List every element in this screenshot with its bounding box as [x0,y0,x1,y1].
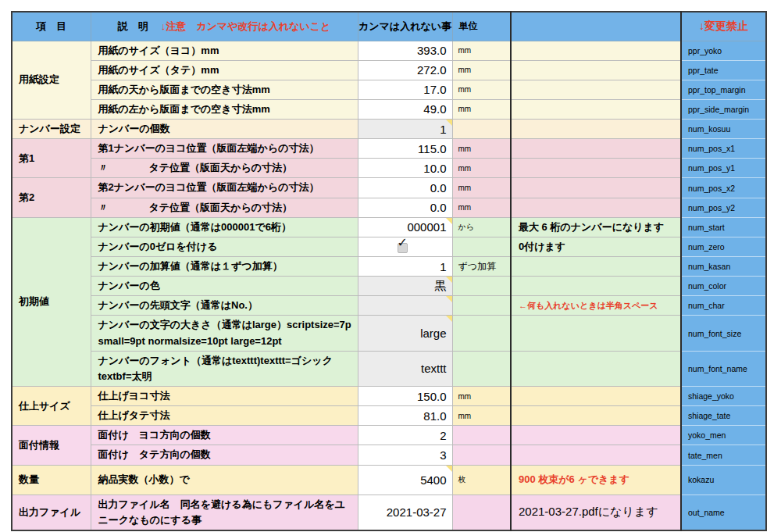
cell-value: 000001 [407,220,446,234]
value-cell-num_color[interactable]: 黒 [358,277,452,296]
value-cell-ppr_tate[interactable]: 272.0 [358,60,452,80]
value-cell-num_pos_x1[interactable]: 115.0 [358,139,452,159]
unit-cell: mm [452,60,511,80]
desc-cell: 仕上げヨコ寸法 [91,387,358,406]
var-name-cell: ppr_top_margin [681,80,766,99]
unit-cell [452,445,511,465]
value-cell-ppr_side_margin[interactable]: 49.0 [358,99,452,119]
note-cell [511,316,681,351]
desc-cell: ナンバーの0ゼロを付ける [91,237,358,256]
table-row: 数量納品実数（小数）で5400枚900 枚束が6 ヶできますkokazu [12,465,766,495]
desc-cell: ナンバーの加算値（通常は１ずつ加算） [91,257,358,277]
var-name-cell: num_pos_y2 [681,198,766,217]
value-cell-kokazu[interactable]: 5400 [358,465,452,495]
cell-value: 3 [440,448,446,462]
desc-cell: 〃 タテ位置（版面天からの寸法） [91,159,358,178]
value-cell-out_name[interactable]: 2021-03-27 [358,495,452,530]
table-row: 出力ファイル出力ファイル名 同名を避ける為にもファイル名をユニークなものにする事… [12,495,766,530]
value-cell-shiage_yoko[interactable]: 150.0 [358,387,452,406]
desc-cell: 納品実数（小数）で [91,465,358,495]
header-desc-warning: ↓注意 カンマや改行は入れないこと [161,20,331,32]
var-name-cell: num_color [681,277,766,296]
desc-cell: 用紙の左から版面までの空き寸法mm [91,99,358,119]
unit-cell: から [452,217,511,237]
unit-cell: 枚 [452,465,511,495]
cell-value: 5400 [420,473,446,487]
note-cell [511,60,681,80]
cell-value: 272.0 [417,63,447,77]
var-name-cell: kokazu [681,465,766,495]
table-row: 用紙設定用紙のサイズ（ヨコ）mm393.0mmppr_yoko [12,41,766,60]
desc-cell: 用紙のサイズ（タテ）mm [91,60,358,80]
value-cell-ppr_top_margin[interactable]: 17.0 [358,80,452,99]
section-label-mentsuke: 面付情報 [12,426,91,465]
value-cell-tate_men[interactable]: 3 [358,445,452,465]
table-row: 初期値ナンバーの初期値（通常は000001で6桁）000001から最大 6 桁の… [12,217,766,237]
value-cell-num_kasan[interactable]: 1 [358,257,452,277]
value-cell-num_char[interactable] [358,296,452,316]
note-text: 最大 6 桁のナンバーになります [519,221,664,233]
section-label-output: 出力ファイル [12,495,91,530]
var-name-cell: num_pos_x1 [681,139,766,159]
cell-value: 81.0 [423,409,446,423]
unit-cell: mm [452,99,511,119]
note-cell: ←何も入れないときは半角スペース [511,296,681,316]
unit-cell [452,120,511,139]
desc-cell: 用紙の天から版面までの空き寸法mm [91,80,358,99]
unit-cell: mm [452,406,511,426]
comment-marker-icon [446,120,452,126]
desc-cell: ナンバーの先頭文字（通常はNo.） [91,296,358,316]
table-row: ナンバーの色黒num_color [12,277,766,296]
desc-cell: ナンバーのフォント（通常はtexttt)texttt=ゴシック textbf=太… [91,351,358,386]
unit-cell [452,277,511,296]
table-row: ナンバーのフォント（通常はtexttt)texttt=ゴシック textbf=太… [12,351,766,386]
table-row: 用紙のサイズ（タテ）mm272.0mmppr_tate [12,60,766,80]
unit-cell: mm [452,41,511,60]
table-row: ナンバーの加算値（通常は１ずつ加算）1ずつ加算num_kasan [12,257,766,277]
desc-cell: ナンバーの色 [91,277,358,296]
unit-cell: mm [452,198,511,217]
var-name-cell: tate_men [681,445,766,465]
cell-value: 115.0 [418,142,446,155]
cell-value: 0.0 [430,201,447,214]
desc-cell: 仕上げタテ寸法 [91,406,358,426]
value-cell-num_pos_y2[interactable]: 0.0 [358,198,452,217]
table-row: 面付情報面付け ヨコ方向の個数2yoko_men [12,426,766,445]
comment-marker-icon [446,466,452,472]
unit-cell: mm [452,139,511,159]
section-label-dai1: 第1 [12,139,91,178]
value-cell-ppr_yoko[interactable]: 393.0 [358,41,452,60]
value-cell-num_font_name[interactable]: texttt [358,351,452,386]
desc-cell: 面付け タテ方向の個数 [91,445,358,465]
note-cell [511,198,681,217]
note-cell [511,351,681,386]
var-name-cell: num_pos_y1 [681,159,766,178]
section-label-shiage: 仕上サイズ [12,387,91,426]
value-cell-num_zero[interactable]: ✓ [358,237,452,256]
desc-cell: 出力ファイル名 同名を避ける為にもファイル名をユニークなものにする事 [91,495,358,530]
value-cell-num_pos_x2[interactable]: 0.0 [358,178,452,198]
cell-value: 393.0 [417,44,447,57]
cell-value: 2021-03-27 [387,505,447,519]
value-cell-num_kosuu[interactable]: 1 [358,120,452,139]
note-cell [511,406,681,426]
unit-cell [452,426,511,445]
section-label-dai2: 第2 [12,178,91,217]
check-icon: ✓ [398,237,408,249]
value-cell-shiage_tate[interactable]: 81.0 [358,406,452,426]
section-label-number-setting: ナンバー設定 [12,120,91,139]
value-cell-num_start[interactable]: 000001 [358,217,452,237]
table-row: 用紙の左から版面までの空き寸法mm49.0mmppr_side_margin [12,99,766,119]
note-cell [511,257,681,277]
header-note [511,12,681,41]
note-cell [511,99,681,119]
value-cell-num_pos_y1[interactable]: 10.0 [358,159,452,178]
unit-cell: mm [452,80,511,99]
value-cell-num_font_size[interactable]: large [358,316,452,351]
var-name-cell: num_char [681,296,766,316]
table-row: 第1第1ナンバーのヨコ位置（版面左端からの寸法）115.0mmnum_pos_x… [12,139,766,159]
comment-marker-icon [446,277,452,283]
checkbox-checked[interactable]: ✓ [398,243,408,253]
var-name-cell: ppr_side_margin [681,99,766,119]
value-cell-yoko_men[interactable]: 2 [358,426,452,445]
